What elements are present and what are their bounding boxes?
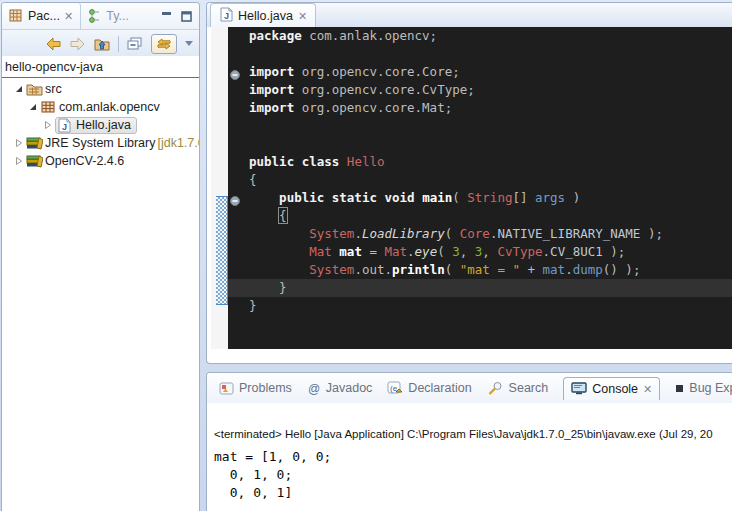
bottom-tabbar: Problems@Javadoc(eDeclarationSearchConso… bbox=[207, 373, 732, 404]
library-icon bbox=[26, 136, 43, 150]
expander-expanded-icon[interactable] bbox=[12, 84, 26, 94]
tree-item-project[interactable]: hello-opencv-java bbox=[2, 58, 199, 76]
code-line-12[interactable]: System.LoadLibrary( Core.NATIVE_LIBRARY_… bbox=[228, 225, 732, 243]
expander-collapsed-icon[interactable] bbox=[41, 120, 55, 130]
java-file-icon: J bbox=[219, 7, 233, 25]
code-line-8[interactable]: public class Hello bbox=[228, 153, 732, 171]
close-icon[interactable]: ✕ bbox=[298, 11, 307, 21]
editor-tab-label: Hello.java bbox=[238, 9, 293, 23]
maximize-icon[interactable] bbox=[181, 11, 193, 22]
javadoc-icon: @ bbox=[307, 382, 321, 395]
code-line-4[interactable]: import org.opencv.core.CvType; bbox=[228, 81, 732, 99]
explorer-header: Pac...✕Ty... bbox=[2, 3, 199, 57]
code-line-10[interactable]: public static void main( String[] args ) bbox=[228, 189, 732, 207]
bottom-tab-label: Bug Explorer bbox=[689, 381, 732, 395]
up-folder-icon bbox=[93, 36, 111, 51]
view-tab-pac[interactable]: Pac...✕ bbox=[2, 3, 81, 29]
console-output-line: mat = [1, 0, 0; bbox=[214, 448, 331, 466]
code-area[interactable]: package com.anlak.opencv;import org.open… bbox=[228, 27, 732, 349]
code-line-5[interactable]: import org.opencv.core.Mat; bbox=[228, 99, 732, 117]
code-line-6[interactable] bbox=[228, 117, 732, 135]
source-folder-icon bbox=[26, 82, 43, 96]
forward-icon bbox=[69, 37, 86, 51]
code-line-1[interactable]: package com.anlak.opencv; bbox=[228, 27, 732, 45]
code-line-11[interactable]: { bbox=[228, 207, 732, 225]
code-line-14[interactable]: System.out.println( "mat = " + mat.dump(… bbox=[228, 261, 732, 279]
selected-row-highlight: JHello.java bbox=[55, 117, 137, 134]
tree-item-opencv-2-4-6[interactable]: OpenCV-2.4.6 bbox=[2, 152, 199, 170]
tree-item-com-anlak-opencv[interactable]: com.anlak.opencv bbox=[2, 98, 199, 116]
expander-expanded-icon[interactable] bbox=[26, 102, 40, 112]
bottom-tab-label: Search bbox=[509, 381, 549, 395]
tree-item-src[interactable]: src bbox=[2, 80, 199, 98]
toolbar-separator bbox=[118, 36, 119, 52]
bottom-tab-label: Declaration bbox=[408, 381, 471, 395]
explorer-tabbar: Pac...✕Ty... bbox=[2, 3, 199, 30]
code-line-16[interactable]: } bbox=[228, 297, 732, 315]
tree-item-hello-java[interactable]: JHello.java bbox=[2, 116, 199, 134]
tree-item-jre-system-library[interactable]: JRE System Library [jdk1.7.0 bbox=[2, 134, 199, 152]
range-indicator bbox=[216, 196, 228, 305]
view-window-buttons bbox=[161, 11, 199, 22]
fold-minus-icon[interactable] bbox=[230, 67, 240, 77]
bottom-tab-console[interactable]: Console✕ bbox=[563, 377, 660, 400]
link-editor-icon bbox=[155, 37, 173, 51]
project-label: hello-opencv-java bbox=[5, 60, 103, 74]
package-icon bbox=[40, 100, 57, 114]
view-tab-ty[interactable]: Ty... bbox=[81, 3, 136, 29]
bottom-tab-label: Console bbox=[592, 382, 638, 396]
code-line-3[interactable]: import org.opencv.core.Core; bbox=[228, 63, 732, 81]
bottom-tab-label: Javadoc bbox=[326, 381, 373, 395]
bottom-tab-declaration[interactable]: (eDeclaration bbox=[387, 381, 471, 395]
svg-text:@: @ bbox=[308, 382, 320, 395]
tree-item-label: src bbox=[43, 82, 64, 96]
code-line-15[interactable]: } bbox=[228, 279, 732, 297]
bottom-tab-search[interactable]: Search bbox=[487, 381, 549, 395]
code-line-13[interactable]: Mat mat = Mat.eye( 3, 3, CvType.CV_8UC1 … bbox=[228, 243, 732, 261]
java-file-icon: J bbox=[57, 118, 74, 133]
expander-collapsed-icon[interactable] bbox=[12, 138, 26, 148]
console-process-header: <terminated> Hello [Java Application] C:… bbox=[214, 428, 732, 440]
console-content[interactable]: <terminated> Hello [Java Application] C:… bbox=[207, 403, 732, 511]
close-icon[interactable]: ✕ bbox=[643, 384, 652, 394]
type-hierarchy-icon bbox=[88, 9, 102, 23]
search-icon bbox=[487, 381, 504, 395]
tree-item-label: com.anlak.opencv bbox=[57, 100, 162, 114]
link-editor-button[interactable] bbox=[151, 34, 177, 54]
code-line-9[interactable]: { bbox=[228, 171, 732, 189]
up-folder-button[interactable] bbox=[93, 36, 111, 51]
view-menu-icon bbox=[184, 40, 194, 47]
editor-tab-hello-java[interactable]: J Hello.java ✕ bbox=[210, 3, 316, 27]
view-tab-label: Pac... bbox=[28, 9, 60, 23]
back-icon bbox=[45, 37, 62, 51]
tree-item-label: OpenCV-2.4.6 bbox=[43, 154, 126, 168]
bug-square-icon bbox=[675, 384, 684, 393]
project-separator bbox=[2, 77, 199, 78]
console-icon bbox=[571, 382, 587, 395]
bottom-tab-bug-explorer[interactable]: Bug Explorer bbox=[675, 381, 732, 395]
bottom-tab-problems[interactable]: Problems bbox=[219, 381, 292, 395]
view-tab-label: Ty... bbox=[106, 9, 129, 23]
back-button[interactable] bbox=[45, 37, 62, 51]
project-tree: hello-opencv-java srccom.anlak.opencvJHe… bbox=[2, 56, 199, 511]
code-line-7[interactable] bbox=[228, 135, 732, 153]
view-menu-button[interactable] bbox=[184, 40, 194, 47]
collapse-all-button[interactable] bbox=[126, 36, 144, 51]
expander-collapsed-icon[interactable] bbox=[12, 156, 26, 166]
minimize-icon[interactable] bbox=[161, 11, 173, 22]
close-icon[interactable]: ✕ bbox=[64, 11, 73, 21]
explorer-toolbar bbox=[2, 30, 199, 57]
code-line-2[interactable] bbox=[228, 45, 732, 63]
forward-button[interactable] bbox=[69, 37, 86, 51]
package-explorer-icon bbox=[9, 9, 24, 23]
fold-minus-icon[interactable] bbox=[230, 193, 240, 203]
console-view: Problems@Javadoc(eDeclarationSearchConso… bbox=[206, 372, 732, 511]
bottom-tab-javadoc[interactable]: @Javadoc bbox=[307, 381, 373, 395]
console-output-line: 0, 1, 0; bbox=[214, 466, 331, 484]
svg-text:J: J bbox=[62, 121, 67, 131]
collapse-all-icon bbox=[126, 36, 144, 51]
tree-item-label: JRE System Library bbox=[43, 136, 157, 150]
annotation-ruler[interactable] bbox=[211, 27, 229, 349]
editor-tabbar: J Hello.java ✕ bbox=[207, 3, 732, 28]
package-explorer-view: Pac...✕Ty... hello-opencv-java srccom.an… bbox=[1, 2, 200, 511]
